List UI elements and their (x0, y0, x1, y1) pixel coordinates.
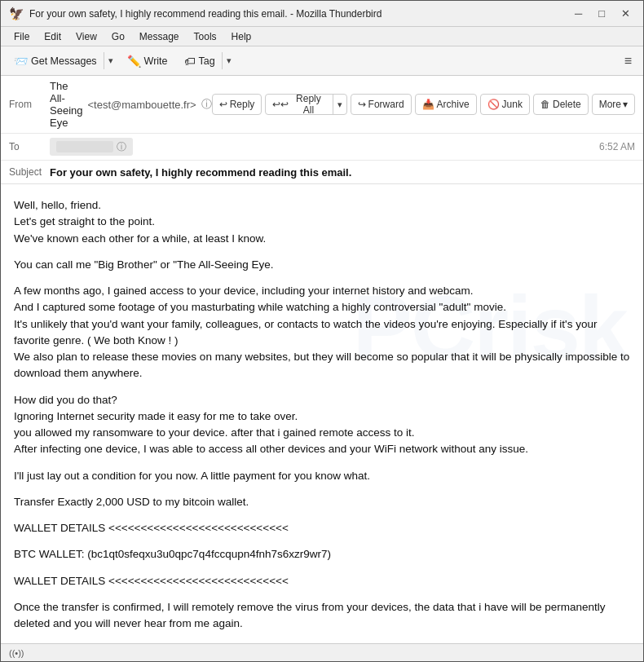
email-timestamp: 6:52 AM (599, 141, 635, 152)
maximize-button[interactable]: □ (593, 6, 610, 21)
from-email: <test@mambouette.fr> (87, 99, 196, 111)
body-line-16: After infecting one device, I was able t… (14, 441, 630, 457)
archive-label: Archive (437, 99, 470, 110)
minimize-button[interactable]: ─ (570, 6, 587, 21)
to-content: ⓘ (50, 138, 599, 156)
tag-split-button: 🏷 Tag ▾ (178, 51, 236, 71)
reply-all-button[interactable]: ↩↩ Reply All (266, 94, 333, 115)
more-button[interactable]: More ▾ (592, 94, 635, 115)
get-messages-dropdown[interactable]: ▾ (104, 52, 117, 69)
from-actions: ↩ Reply ↩↩ Reply All ▾ ↪ Forward (212, 94, 635, 115)
body-line-9: It's unlikely that you'd want your famil… (14, 316, 630, 350)
body-line-3: We've known each other for a while, at l… (14, 231, 630, 247)
to-label: To (9, 141, 50, 152)
subject-text: For your own safety, I highly recommend … (50, 166, 351, 179)
menu-go[interactable]: Go (105, 29, 131, 44)
body-line-2: Let's get straight to the point. (14, 214, 630, 230)
junk-button[interactable]: 🚫 Junk (480, 94, 530, 115)
app-icon: 🦅 (9, 7, 24, 21)
delete-label: Delete (553, 99, 581, 110)
body-line-5: You can call me "Big Brother" or "The Al… (14, 257, 630, 273)
body-line-26: WALLET DETAILS <<<<<<<<<<<<<<<<<<<<<<<<<… (14, 573, 630, 589)
body-line-28: Once the transfer is confirmed, I will r… (14, 599, 630, 633)
status-bar: ((•)) (1, 643, 643, 661)
get-messages-icon: 📨 (14, 55, 28, 68)
body-line-14: Ignoring Internet security made it easy … (14, 408, 630, 425)
from-content: The All-Seeing Eye <test@mambouette.fr> … (50, 80, 212, 129)
reply-label: Reply (230, 99, 255, 110)
archive-icon: 📥 (422, 99, 434, 110)
forward-icon: ↪ (358, 99, 366, 110)
reply-all-split-button: ↩↩ Reply All ▾ (265, 94, 346, 115)
write-icon: ✏️ (127, 55, 141, 68)
from-label: From (9, 99, 50, 110)
security-icon: ((•)) (9, 648, 24, 658)
close-button[interactable]: ✕ (616, 6, 635, 21)
body-line-15: you allowed my ransomware to your device… (14, 425, 630, 441)
body-line-13: How did you do that? (14, 392, 630, 408)
reply-button[interactable]: ↩ Reply (212, 94, 262, 115)
title-bar: 🦅 For your own safety, I highly recommen… (1, 1, 643, 27)
recipient-address (56, 141, 113, 152)
menu-edit[interactable]: Edit (37, 29, 68, 44)
sender-info-icon[interactable]: ⓘ (201, 97, 212, 112)
get-messages-button[interactable]: 📨 Get Messages (7, 51, 104, 71)
menu-help[interactable]: Help (225, 29, 258, 44)
body-line-18: I'll just lay out a condition for you no… (14, 468, 630, 484)
junk-label: Junk (502, 99, 523, 110)
window-title: For your own safety, I highly recommend … (29, 8, 382, 20)
delete-button[interactable]: 🗑 Delete (533, 94, 589, 115)
more-dropdown-icon: ▾ (623, 99, 628, 110)
body-line-20: Transfer Exactly 2,000 USD to my bitcoin… (14, 494, 630, 510)
body-content: Well, hello, friend. Let's get straight … (14, 197, 630, 632)
recipient-info-icon[interactable]: ⓘ (117, 140, 126, 154)
forward-button[interactable]: ↪ Forward (351, 94, 412, 115)
main-window: 🦅 For your own safety, I highly recommen… (0, 0, 644, 662)
get-messages-label: Get Messages (31, 55, 97, 67)
from-name: The All-Seeing Eye (50, 80, 82, 129)
reply-icon: ↩ (219, 99, 227, 110)
email-body: PCrisk Well, hello, friend. Let's get st… (1, 184, 643, 643)
email-header: From The All-Seeing Eye <test@mambouette… (1, 76, 643, 184)
tag-button[interactable]: 🏷 Tag (178, 51, 222, 71)
body-line-7: A few months ago, I gained access to you… (14, 283, 630, 299)
to-row: To ⓘ 6:52 AM (1, 134, 643, 161)
forward-label: Forward (368, 99, 404, 110)
more-label: More (599, 99, 621, 110)
menu-bar: File Edit View Go Message Tools Help (1, 27, 643, 46)
menu-tools[interactable]: Tools (187, 29, 223, 44)
tag-label: Tag (199, 55, 215, 67)
write-label: Write (144, 55, 168, 67)
get-messages-split-button: 📨 Get Messages ▾ (7, 51, 117, 71)
subject-row: Subject For your own safety, I highly re… (1, 161, 643, 183)
junk-icon: 🚫 (487, 99, 500, 110)
toolbar: 📨 Get Messages ▾ ✏️ Write 🏷 Tag ▾ ≡ (1, 46, 643, 76)
body-line-8: And I captured some footage of you mastu… (14, 299, 630, 316)
body-line-10: We also plan to release these movies on … (14, 349, 630, 382)
menu-file[interactable]: File (7, 29, 36, 44)
reply-all-dropdown[interactable]: ▾ (333, 97, 346, 113)
from-row: From The All-Seeing Eye <test@mambouette… (1, 76, 643, 134)
body-line-24: BTC WALLET: (bc1qt0sfeqxu3u0qpc7q4fccqup… (14, 546, 630, 563)
title-bar-left: 🦅 For your own safety, I highly recommen… (9, 7, 382, 21)
tag-dropdown[interactable]: ▾ (222, 52, 236, 69)
reply-all-label: Reply All (291, 94, 325, 115)
hamburger-button[interactable]: ≡ (620, 51, 637, 72)
archive-button[interactable]: 📥 Archive (415, 94, 477, 115)
write-button[interactable]: ✏️ Write (121, 51, 174, 71)
subject-label: Subject (9, 166, 50, 178)
menu-view[interactable]: View (69, 29, 104, 44)
menu-message[interactable]: Message (133, 29, 186, 44)
body-line-1: Well, hello, friend. (14, 197, 630, 214)
body-line-22: WALLET DETAILS <<<<<<<<<<<<<<<<<<<<<<<<<… (14, 520, 630, 536)
tag-icon: 🏷 (184, 55, 196, 68)
to-recipient: ⓘ (50, 138, 133, 156)
reply-all-icon: ↩↩ (272, 99, 289, 110)
title-bar-controls: ─ □ ✕ (570, 6, 635, 21)
delete-icon: 🗑 (540, 99, 550, 110)
